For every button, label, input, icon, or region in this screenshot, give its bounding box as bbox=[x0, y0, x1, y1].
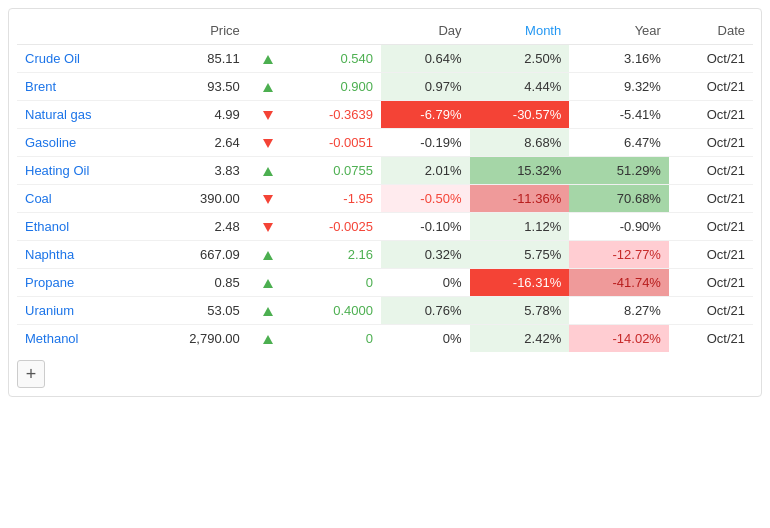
cell-arrow bbox=[248, 129, 288, 157]
cell-year: -41.74% bbox=[569, 269, 669, 297]
cell-month: -11.36% bbox=[470, 185, 570, 213]
cell-date: Oct/21 bbox=[669, 297, 753, 325]
cell-date: Oct/21 bbox=[669, 241, 753, 269]
cell-date: Oct/21 bbox=[669, 325, 753, 353]
cell-name[interactable]: Brent bbox=[17, 73, 145, 101]
cell-date: Oct/21 bbox=[669, 73, 753, 101]
cell-price: 53.05 bbox=[145, 297, 248, 325]
cell-year: -0.90% bbox=[569, 213, 669, 241]
col-header-arrow bbox=[248, 17, 288, 45]
cell-change: -0.3639 bbox=[288, 101, 381, 129]
cell-day: 0.76% bbox=[381, 297, 470, 325]
table-row: Uranium53.050.40000.76%5.78%8.27%Oct/21 bbox=[17, 297, 753, 325]
col-header-name bbox=[17, 17, 145, 45]
cell-date: Oct/21 bbox=[669, 269, 753, 297]
cell-price: 390.00 bbox=[145, 185, 248, 213]
cell-name[interactable]: Heating Oil bbox=[17, 157, 145, 185]
cell-name[interactable]: Crude Oil bbox=[17, 45, 145, 73]
arrow-down-icon bbox=[263, 195, 273, 204]
cell-day: 2.01% bbox=[381, 157, 470, 185]
cell-year: 8.27% bbox=[569, 297, 669, 325]
cell-price: 93.50 bbox=[145, 73, 248, 101]
cell-arrow bbox=[248, 325, 288, 353]
table-row: Brent93.500.9000.97%4.44%9.32%Oct/21 bbox=[17, 73, 753, 101]
cell-date: Oct/21 bbox=[669, 185, 753, 213]
main-container: Price Day Month Year Date Crude Oil85.11… bbox=[8, 8, 762, 397]
cell-price: 0.85 bbox=[145, 269, 248, 297]
arrow-up-icon bbox=[263, 307, 273, 316]
cell-year: 51.29% bbox=[569, 157, 669, 185]
arrow-up-icon bbox=[263, 55, 273, 64]
cell-date: Oct/21 bbox=[669, 213, 753, 241]
cell-name[interactable]: Propane bbox=[17, 269, 145, 297]
cell-month: 5.78% bbox=[470, 297, 570, 325]
cell-change: -0.0051 bbox=[288, 129, 381, 157]
cell-month: -16.31% bbox=[470, 269, 570, 297]
cell-month: 4.44% bbox=[470, 73, 570, 101]
cell-month: -30.57% bbox=[470, 101, 570, 129]
cell-arrow bbox=[248, 213, 288, 241]
cell-arrow bbox=[248, 101, 288, 129]
cell-name[interactable]: Methanol bbox=[17, 325, 145, 353]
cell-month: 1.12% bbox=[470, 213, 570, 241]
cell-name[interactable]: Ethanol bbox=[17, 213, 145, 241]
cell-day: -6.79% bbox=[381, 101, 470, 129]
col-header-price: Price bbox=[145, 17, 248, 45]
cell-name[interactable]: Naphtha bbox=[17, 241, 145, 269]
col-header-day: Day bbox=[381, 17, 470, 45]
cell-price: 2,790.00 bbox=[145, 325, 248, 353]
table-row: Natural gas4.99-0.3639-6.79%-30.57%-5.41… bbox=[17, 101, 753, 129]
cell-name[interactable]: Uranium bbox=[17, 297, 145, 325]
cell-price: 2.48 bbox=[145, 213, 248, 241]
add-row-button[interactable]: + bbox=[17, 360, 45, 388]
table-row: Coal390.00-1.95-0.50%-11.36%70.68%Oct/21 bbox=[17, 185, 753, 213]
cell-month: 15.32% bbox=[470, 157, 570, 185]
table-row: Naphtha667.092.160.32%5.75%-12.77%Oct/21 bbox=[17, 241, 753, 269]
cell-name[interactable]: Coal bbox=[17, 185, 145, 213]
cell-arrow bbox=[248, 185, 288, 213]
commodities-table: Price Day Month Year Date Crude Oil85.11… bbox=[17, 17, 753, 352]
cell-arrow bbox=[248, 241, 288, 269]
table-row: Crude Oil85.110.5400.64%2.50%3.16%Oct/21 bbox=[17, 45, 753, 73]
cell-change: 0.540 bbox=[288, 45, 381, 73]
arrow-up-icon bbox=[263, 335, 273, 344]
table-row: Heating Oil3.830.07552.01%15.32%51.29%Oc… bbox=[17, 157, 753, 185]
col-header-year: Year bbox=[569, 17, 669, 45]
arrow-up-icon bbox=[263, 279, 273, 288]
cell-change: -0.0025 bbox=[288, 213, 381, 241]
cell-name[interactable]: Gasoline bbox=[17, 129, 145, 157]
table-header-row: Price Day Month Year Date bbox=[17, 17, 753, 45]
cell-day: -0.50% bbox=[381, 185, 470, 213]
cell-change: 0 bbox=[288, 269, 381, 297]
arrow-up-icon bbox=[263, 251, 273, 260]
cell-year: 70.68% bbox=[569, 185, 669, 213]
cell-year: 3.16% bbox=[569, 45, 669, 73]
arrow-up-icon bbox=[263, 83, 273, 92]
cell-month: 5.75% bbox=[470, 241, 570, 269]
cell-arrow bbox=[248, 297, 288, 325]
col-header-month: Month bbox=[470, 17, 570, 45]
cell-day: 0.97% bbox=[381, 73, 470, 101]
table-row: Gasoline2.64-0.0051-0.19%8.68%6.47%Oct/2… bbox=[17, 129, 753, 157]
cell-date: Oct/21 bbox=[669, 157, 753, 185]
cell-price: 4.99 bbox=[145, 101, 248, 129]
cell-arrow bbox=[248, 157, 288, 185]
cell-year: -12.77% bbox=[569, 241, 669, 269]
cell-price: 85.11 bbox=[145, 45, 248, 73]
cell-year: 6.47% bbox=[569, 129, 669, 157]
cell-change: 0.900 bbox=[288, 73, 381, 101]
cell-date: Oct/21 bbox=[669, 129, 753, 157]
cell-year: 9.32% bbox=[569, 73, 669, 101]
cell-price: 2.64 bbox=[145, 129, 248, 157]
cell-arrow bbox=[248, 269, 288, 297]
cell-year: -14.02% bbox=[569, 325, 669, 353]
col-header-change bbox=[288, 17, 381, 45]
arrow-down-icon bbox=[263, 139, 273, 148]
cell-day: 0.32% bbox=[381, 241, 470, 269]
cell-name[interactable]: Natural gas bbox=[17, 101, 145, 129]
cell-day: 0% bbox=[381, 325, 470, 353]
cell-date: Oct/21 bbox=[669, 101, 753, 129]
table-row: Ethanol2.48-0.0025-0.10%1.12%-0.90%Oct/2… bbox=[17, 213, 753, 241]
cell-month: 2.42% bbox=[470, 325, 570, 353]
cell-change: 0 bbox=[288, 325, 381, 353]
